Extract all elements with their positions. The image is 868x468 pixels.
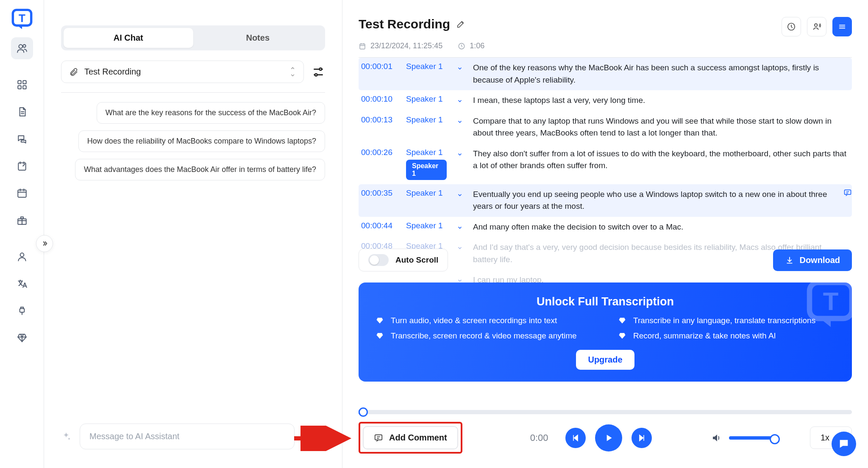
rail-profile[interactable]	[11, 246, 33, 268]
transcript-text: One of the key reasons why the MacBook A…	[473, 62, 848, 86]
message-input[interactable]: Message to AI Assistant	[80, 424, 295, 449]
edit-title-icon[interactable]	[456, 19, 465, 29]
chevron-down-icon[interactable]: ⌄	[454, 115, 465, 125]
tab-notes[interactable]: Notes	[193, 28, 323, 48]
chevron-down-icon[interactable]: ⌄	[454, 241, 465, 251]
svg-text:T: T	[19, 12, 25, 25]
svg-rect-23	[375, 435, 382, 440]
svg-rect-4	[18, 80, 21, 84]
suggestion-chip[interactable]: What are the key reasons for the success…	[97, 102, 325, 124]
speaker-label[interactable]: Speaker 1	[406, 115, 447, 125]
transcript-row[interactable]: 00:00:01Speaker 1⌄One of the key reasons…	[359, 58, 852, 90]
download-button[interactable]: Download	[773, 249, 852, 271]
upgrade-button[interactable]: Upgrade	[576, 350, 634, 370]
volume-control[interactable]	[711, 433, 776, 443]
transcript-row[interactable]: 00:00:10Speaker 1⌄I mean, these laptops …	[359, 90, 852, 111]
banner-watermark-icon: T	[805, 278, 856, 329]
toggle-switch[interactable]	[368, 254, 389, 266]
svg-rect-12	[19, 309, 24, 313]
suggestion-chip[interactable]: How does the reliability of MacBooks com…	[78, 130, 325, 152]
prev-button[interactable]	[565, 428, 586, 448]
rail-calendar[interactable]	[11, 182, 33, 204]
transcript-row[interactable]: 00:00:26Speaker 1Speaker 1⌄They also don…	[359, 144, 852, 184]
chevron-down-icon[interactable]: ⌄	[454, 94, 465, 104]
suggested-prompts: What are the key reasons for the success…	[61, 102, 325, 180]
transcript-text: And many often make the decision to swit…	[473, 221, 848, 233]
transcript-row[interactable]: 00:00:44Speaker 1⌄And many often make th…	[359, 217, 852, 238]
suggestion-chip[interactable]: What advantages does the MacBook Air off…	[75, 159, 325, 180]
timestamp[interactable]: 00:00:26	[361, 148, 398, 157]
rail-gift[interactable]	[11, 209, 33, 231]
svg-rect-20	[845, 190, 851, 194]
attachment-name: Test Recording	[84, 67, 141, 77]
unlock-banner: T Unlock Full Transcription Turn audio, …	[359, 282, 852, 382]
timestamp[interactable]: 00:00:44	[361, 221, 398, 230]
transcript-text: Compare that to any laptop that runs Win…	[473, 115, 848, 139]
svg-point-11	[20, 253, 24, 257]
speaker-label[interactable]: Speaker 1	[406, 221, 447, 230]
auto-scroll-toggle[interactable]: Auto Scroll	[359, 249, 448, 271]
diamond-icon	[618, 316, 626, 325]
transcript-row[interactable]: 00:00:13Speaker 1⌄Compare that to any la…	[359, 111, 852, 144]
next-button[interactable]	[632, 428, 652, 448]
speaker-label[interactable]: Speaker 1	[406, 94, 447, 104]
svg-text:T: T	[823, 287, 839, 316]
speaker-voice-button[interactable]	[807, 17, 826, 36]
timestamp[interactable]: 00:00:10	[361, 94, 398, 104]
svg-point-2	[19, 44, 22, 48]
transcript-text: They also don't suffer from a lot of iss…	[473, 148, 848, 172]
chevron-down-icon[interactable]: ⌄	[454, 62, 465, 72]
history-button[interactable]	[782, 17, 801, 36]
banner-item: Transcribe, screen record & video messag…	[376, 331, 593, 341]
app-logo[interactable]: T	[9, 6, 35, 32]
settings-sliders-icon[interactable]	[312, 65, 325, 79]
timestamp[interactable]: 00:00:13	[361, 115, 398, 125]
speaker-tag[interactable]: Speaker 1	[406, 160, 447, 180]
rail-chats[interactable]	[11, 128, 33, 150]
svg-rect-6	[18, 86, 21, 89]
transcript-row[interactable]: 00:00:35Speaker 1⌄Eventually you end up …	[359, 184, 852, 217]
transcript-text: Eventually you end up seeing people who …	[473, 188, 848, 213]
rail-people[interactable]	[11, 37, 33, 59]
recording-duration: 1:06	[458, 42, 484, 50]
volume-slider[interactable]	[729, 436, 776, 440]
diamond-icon	[376, 316, 384, 325]
rail-notes[interactable]	[11, 155, 33, 177]
rail-premium[interactable]	[11, 327, 33, 349]
svg-rect-9	[18, 190, 26, 197]
diamond-icon	[618, 332, 626, 340]
sparkle-icon[interactable]	[61, 432, 71, 442]
banner-item: Record, summarize & take notes with AI	[618, 331, 835, 341]
rail-dashboard[interactable]	[11, 74, 33, 96]
seek-bar[interactable]	[359, 410, 852, 414]
annotation-highlight: Add Comment	[359, 422, 462, 454]
chevron-down-icon[interactable]: ⌄	[454, 221, 465, 231]
timestamp[interactable]: 00:00:01	[361, 62, 398, 71]
banner-title: Unlock Full Transcription	[376, 295, 835, 308]
rail-integrations[interactable]	[11, 300, 33, 322]
svg-rect-7	[23, 86, 26, 89]
timestamp[interactable]: 00:00:35	[361, 188, 398, 198]
rail-documents[interactable]	[11, 101, 33, 123]
speaker-label[interactable]: Speaker 1	[406, 62, 447, 71]
svg-point-3	[23, 44, 25, 47]
has-comment-icon[interactable]	[843, 188, 852, 199]
tab-ai-chat[interactable]: AI Chat	[64, 28, 193, 48]
current-time: 0:00	[530, 432, 548, 443]
rail-language[interactable]	[11, 273, 33, 295]
speaker-label[interactable]: Speaker 1	[406, 188, 447, 198]
send-button[interactable]	[303, 426, 325, 448]
context-attachment-select[interactable]: Test Recording ⌃⌄	[61, 61, 304, 83]
speaker-label[interactable]: Speaker 1	[406, 148, 447, 157]
play-button[interactable]	[595, 424, 622, 451]
svg-point-17	[815, 24, 817, 26]
seek-knob[interactable]	[359, 407, 368, 417]
menu-button[interactable]	[832, 17, 852, 36]
chevron-down-icon[interactable]: ⌄	[454, 188, 465, 198]
comment-icon	[374, 433, 383, 443]
add-comment-button[interactable]: Add Comment	[363, 426, 458, 449]
support-chat-fab[interactable]	[832, 432, 856, 456]
svg-rect-5	[23, 80, 26, 84]
chevron-down-icon[interactable]: ⌄	[454, 148, 465, 158]
ai-chat-panel: AI Chat Notes Test Recording ⌃⌄ What are…	[44, 0, 342, 468]
